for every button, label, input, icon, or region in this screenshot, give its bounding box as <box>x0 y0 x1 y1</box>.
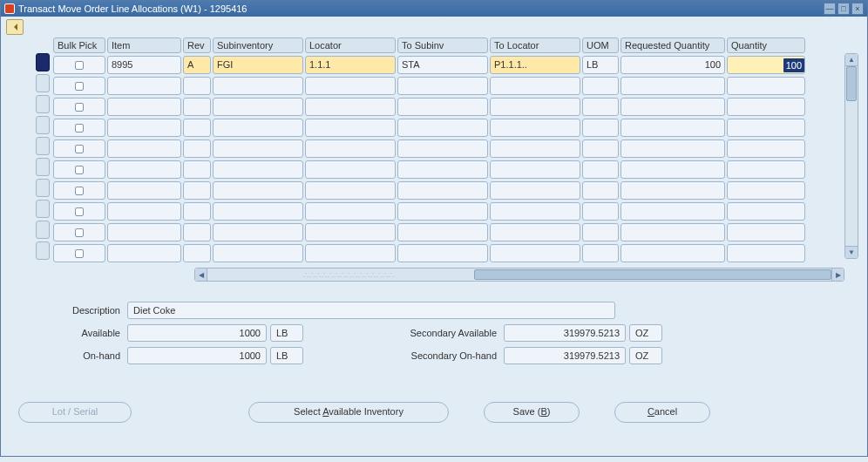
item-cell[interactable] <box>107 244 181 262</box>
uom-cell[interactable] <box>582 202 619 221</box>
bulk-pick-checkbox[interactable] <box>53 181 105 200</box>
requested-quantity-cell[interactable]: 100 <box>620 56 725 74</box>
requested-quantity-cell[interactable] <box>620 98 725 116</box>
vertical-scrollbar[interactable]: ▲ ▼ <box>844 53 858 259</box>
locator-cell[interactable] <box>305 181 396 200</box>
requested-quantity-cell[interactable] <box>620 77 725 95</box>
row-indicator[interactable] <box>36 74 50 92</box>
subinventory-cell[interactable]: FGI <box>213 56 303 74</box>
secondary-available-uom-field[interactable]: OZ <box>629 324 662 342</box>
row-indicator[interactable] <box>36 137 50 155</box>
rev-cell[interactable] <box>183 160 211 179</box>
col-header-bulk-pick[interactable]: Bulk Pick <box>53 37 105 53</box>
locator-cell[interactable] <box>305 119 396 137</box>
col-header-subinventory[interactable]: Subinventory <box>213 37 303 53</box>
quantity-cell[interactable]: 100 <box>727 56 805 74</box>
uom-cell[interactable] <box>582 223 619 241</box>
to-subinv-cell[interactable] <box>397 119 488 137</box>
requested-quantity-cell[interactable] <box>620 139 725 158</box>
rev-cell[interactable] <box>183 202 211 221</box>
quantity-cell[interactable] <box>727 244 805 262</box>
item-cell[interactable] <box>107 202 181 221</box>
row-indicator[interactable] <box>36 200 50 218</box>
cancel-button[interactable]: Cancel <box>614 402 710 423</box>
col-header-rev[interactable]: Rev <box>183 37 211 53</box>
quantity-cell[interactable] <box>727 202 805 221</box>
to-subinv-cell[interactable] <box>397 223 488 241</box>
to-locator-cell[interactable] <box>490 223 580 241</box>
quantity-cell[interactable] <box>727 77 805 95</box>
item-cell[interactable]: 8995 <box>107 56 181 74</box>
scroll-down-icon[interactable]: ▼ <box>845 246 858 258</box>
to-locator-cell[interactable] <box>490 98 580 116</box>
subinventory-cell[interactable] <box>213 223 303 241</box>
available-uom-field[interactable]: LB <box>270 324 303 342</box>
bulk-pick-checkbox[interactable] <box>53 223 105 241</box>
subinventory-cell[interactable] <box>213 98 303 116</box>
to-locator-cell[interactable] <box>490 160 580 179</box>
bulk-pick-checkbox[interactable] <box>53 98 105 116</box>
row-indicator[interactable] <box>36 221 50 239</box>
item-cell[interactable] <box>107 223 181 241</box>
uom-cell[interactable] <box>582 119 619 137</box>
uom-cell[interactable] <box>582 244 619 262</box>
col-header-to-locator[interactable]: To Locator <box>490 37 580 53</box>
rev-cell[interactable]: A <box>183 56 211 74</box>
subinventory-cell[interactable] <box>213 202 303 221</box>
bulk-pick-checkbox[interactable] <box>53 160 105 179</box>
row-indicator[interactable] <box>36 179 50 197</box>
folder-open-icon[interactable] <box>6 19 24 35</box>
rev-cell[interactable] <box>183 139 211 158</box>
description-field[interactable]: Diet Coke <box>127 302 615 319</box>
row-indicator[interactable] <box>36 95 50 113</box>
col-header-uom[interactable]: UOM <box>582 37 619 53</box>
requested-quantity-cell[interactable] <box>620 181 725 200</box>
to-subinv-cell[interactable]: STA <box>397 56 488 74</box>
quantity-cell[interactable] <box>727 98 805 116</box>
to-locator-cell[interactable]: P1.1.1.. <box>490 56 580 74</box>
scrollbar-thumb[interactable] <box>846 66 857 101</box>
rev-cell[interactable] <box>183 77 211 95</box>
requested-quantity-cell[interactable] <box>620 160 725 179</box>
rev-cell[interactable] <box>183 223 211 241</box>
col-header-locator[interactable]: Locator <box>305 37 396 53</box>
locator-cell[interactable]: 1.1.1 <box>305 56 396 74</box>
maximize-button[interactable]: □ <box>837 3 850 15</box>
scroll-up-icon[interactable]: ▲ <box>845 54 858 66</box>
to-locator-cell[interactable] <box>490 202 580 221</box>
uom-cell[interactable] <box>582 77 619 95</box>
to-subinv-cell[interactable] <box>397 160 488 179</box>
to-subinv-cell[interactable] <box>397 98 488 116</box>
requested-quantity-cell[interactable] <box>620 202 725 221</box>
col-header-quantity[interactable]: Quantity <box>727 37 805 53</box>
col-header-requested-quantity[interactable]: Requested Quantity <box>620 37 725 53</box>
lot-serial-button[interactable]: Lot / Serial <box>18 402 132 423</box>
locator-cell[interactable] <box>305 223 396 241</box>
locator-cell[interactable] <box>305 160 396 179</box>
to-locator-cell[interactable] <box>490 244 580 262</box>
rev-cell[interactable] <box>183 244 211 262</box>
uom-cell[interactable] <box>582 160 619 179</box>
quantity-cell[interactable] <box>727 160 805 179</box>
locator-cell[interactable] <box>305 139 396 158</box>
col-header-item[interactable]: Item <box>107 37 181 53</box>
subinventory-cell[interactable] <box>213 181 303 200</box>
to-locator-cell[interactable] <box>490 77 580 95</box>
close-button[interactable]: × <box>851 3 864 15</box>
quantity-cell[interactable] <box>727 181 805 200</box>
row-indicator[interactable] <box>36 116 50 134</box>
scrollbar-thumb[interactable] <box>474 269 831 280</box>
uom-cell[interactable] <box>582 181 619 200</box>
bulk-pick-checkbox[interactable] <box>53 244 105 262</box>
row-indicator[interactable] <box>36 241 50 260</box>
rev-cell[interactable] <box>183 181 211 200</box>
scroll-right-icon[interactable]: ▶ <box>831 268 844 281</box>
scroll-left-icon[interactable]: ◀ <box>195 268 207 281</box>
available-field[interactable]: 1000 <box>127 324 267 342</box>
onhand-field[interactable]: 1000 <box>127 347 267 364</box>
uom-cell[interactable] <box>582 98 619 116</box>
locator-cell[interactable] <box>305 202 396 221</box>
horizontal-scrollbar[interactable]: ◀ ∴∴∴∴∴∴∴∴∴∴∴∴∴∴∴ ▶ <box>194 268 844 282</box>
to-subinv-cell[interactable] <box>397 244 488 262</box>
to-locator-cell[interactable] <box>490 181 580 200</box>
